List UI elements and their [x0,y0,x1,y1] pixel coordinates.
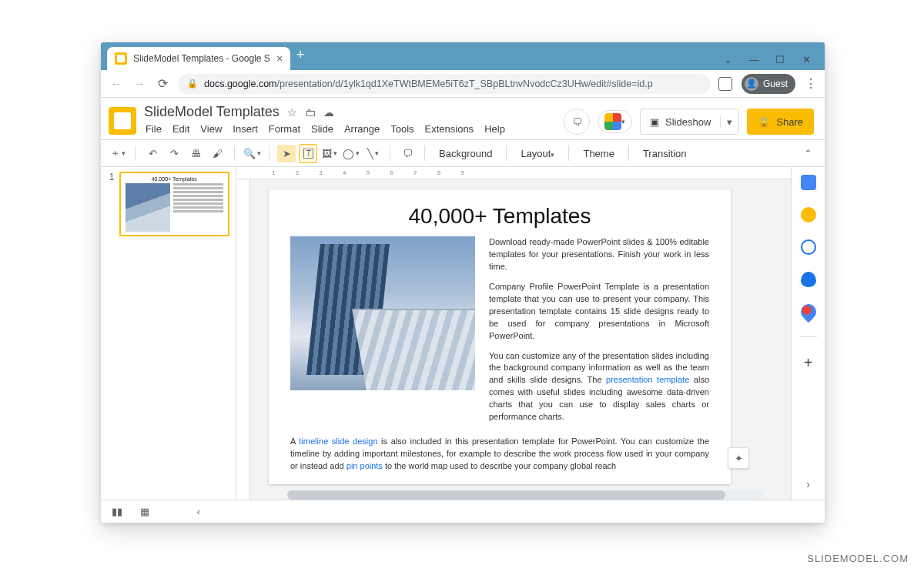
paint-format-button[interactable]: 🖌 [208,145,226,162]
background-button[interactable]: Background [433,145,498,162]
window-controls: ⌄ — ☐ ✕ [721,54,819,70]
new-tab-button[interactable]: + [290,47,311,66]
workspace: 1 40,000+ Templates 1 2 3 4 5 6 7 8 9 40… [101,167,825,500]
profile-label: Guest [763,79,788,89]
collapse-toolbar-button[interactable]: ⌃ [798,145,817,162]
url-host: docs.google.com [204,79,277,89]
meet-button[interactable]: ▾ [598,110,632,133]
menu-view[interactable]: View [200,123,222,135]
comments-button[interactable]: 🗨 [564,109,590,135]
new-slide-button[interactable]: ＋▾ [109,143,127,163]
image-tool[interactable]: 🖼▾ [320,145,339,162]
print-button[interactable]: 🖶 [186,145,205,162]
slide-title[interactable]: 40,000+ Templates [290,204,709,229]
reload-button[interactable]: ⟳ [155,76,170,91]
chevron-down-icon: ▾ [621,118,625,125]
slide-thumbnail[interactable]: 1 40,000+ Templates [107,172,229,236]
minimize-icon[interactable]: — [748,54,760,65]
slides-favicon-icon [115,52,127,65]
tasks-icon[interactable] [801,239,816,255]
cloud-saved-icon[interactable]: ☁ [323,106,334,119]
bottom-bar: ▮▮ ▦ ‹ [101,500,825,523]
menu-file[interactable]: File [146,123,162,135]
grid-view-button[interactable]: ▦ [136,506,153,517]
menu-extensions[interactable]: Extensions [425,123,474,135]
app-header: SlideModel Templates ☆ 🗀 ☁ File Edit Vie… [101,98,825,139]
move-icon[interactable]: 🗀 [305,106,316,119]
menu-bar: File Edit View Insert Format Slide Arran… [144,122,556,139]
maps-icon[interactable] [797,301,819,323]
person-icon: 👤 [745,77,758,91]
line-tool[interactable]: ╲▾ [363,145,382,162]
chevron-down-icon[interactable]: ⌄ [721,54,734,65]
vertical-ruler [236,179,250,500]
forward-button[interactable]: → [132,77,147,91]
slideshow-button[interactable]: ▣Slideshow ▾ [640,109,739,135]
hide-side-panel-button[interactable]: › [806,478,810,490]
menu-slide[interactable]: Slide [311,123,333,135]
menu-format[interactable]: Format [269,123,300,135]
slides-logo-icon[interactable] [109,107,136,135]
link-presentation-template[interactable]: presentation template [606,375,689,384]
close-window-icon[interactable]: ✕ [800,54,812,65]
contacts-icon[interactable] [801,272,816,287]
browser-tab[interactable]: SlideModel Templates - Google S × [107,47,290,70]
link-pin-points[interactable]: pin points [346,461,383,470]
theme-button[interactable]: Theme [577,145,620,162]
layout-button[interactable]: Layout▾ [514,145,561,162]
close-tab-icon[interactable]: × [276,52,283,65]
slide-text-block[interactable]: Download ready-made PowerPoint slides & … [489,236,709,431]
browser-window: SlideModel Templates - Google S × + ⌄ — … [101,42,825,523]
link-timeline[interactable]: timeline slide design [299,437,377,446]
add-addon-button[interactable]: + [804,354,813,372]
slide-p3: You can customize any of the presentatio… [489,350,709,424]
browser-titlebar: SlideModel Templates - Google S × + ⌄ — … [101,42,825,70]
filmstrip-view-button[interactable]: ▮▮ [109,506,126,517]
slide-p2: Company Profile PowerPoint Template is a… [489,281,709,343]
profile-chip[interactable]: 👤 Guest [742,74,795,94]
collapse-filmstrip-button[interactable]: ‹ [190,506,207,517]
slide-p1: Download ready-made PowerPoint slides & … [489,236,709,273]
side-panel: + › [791,167,825,500]
menu-edit[interactable]: Edit [172,123,189,135]
side-separator [800,336,817,337]
shape-tool[interactable]: ◯▾ [342,145,360,162]
share-label: Share [776,116,803,128]
play-icon: ▣ [650,116,659,128]
maximize-icon[interactable]: ☐ [774,54,786,65]
extension-icon[interactable] [718,77,732,91]
share-button[interactable]: 🔒Share [747,109,814,135]
keep-icon[interactable] [801,207,816,222]
meet-icon [604,113,621,130]
undo-button[interactable]: ↶ [143,145,162,162]
menu-arrange[interactable]: Arrange [344,123,380,135]
calendar-icon[interactable] [801,175,816,190]
slide-viewport[interactable]: 40,000+ Templates Download ready-made Po… [250,179,791,500]
sparkle-icon: ✦ [735,453,743,464]
zoom-button[interactable]: 🔍▾ [243,145,261,162]
menu-help[interactable]: Help [484,123,505,135]
star-icon[interactable]: ☆ [287,106,297,119]
slide-thumbnail-panel: 1 40,000+ Templates [101,167,236,500]
menu-insert[interactable]: Insert [233,123,258,135]
toolbar: ＋▾ ↶ ↷ 🖶 🖌 🔍▾ ➤ 🅃 🖼▾ ◯▾ ╲▾ 🗩 Background … [101,139,825,167]
comment-tool[interactable]: 🗩 [398,145,417,162]
comment-icon: 🗨 [572,116,582,128]
url-input[interactable]: 🔒 docs.google.com/presentation/d/1ylk1qd… [178,74,711,94]
slide-canvas[interactable]: 40,000+ Templates Download ready-made Po… [269,190,731,484]
textbox-tool[interactable]: 🅃 [299,144,317,163]
tab-title: SlideModel Templates - Google S [133,53,270,64]
explore-button[interactable]: ✦ [728,447,749,469]
slide-image[interactable] [290,236,475,390]
browser-menu-icon[interactable]: ⋮ [805,76,817,91]
horizontal-scrollbar[interactable] [287,490,763,500]
redo-button[interactable]: ↷ [165,145,183,162]
lock-icon: 🔒 [187,79,198,89]
transition-button[interactable]: Transition [637,145,693,162]
back-button[interactable]: ← [109,77,124,91]
thumb-index: 1 [107,172,115,236]
menu-tools[interactable]: Tools [390,123,413,135]
slideshow-caret[interactable]: ▾ [720,116,738,128]
doc-title[interactable]: SlideModel Templates [144,104,280,120]
select-tool[interactable]: ➤ [277,145,296,162]
